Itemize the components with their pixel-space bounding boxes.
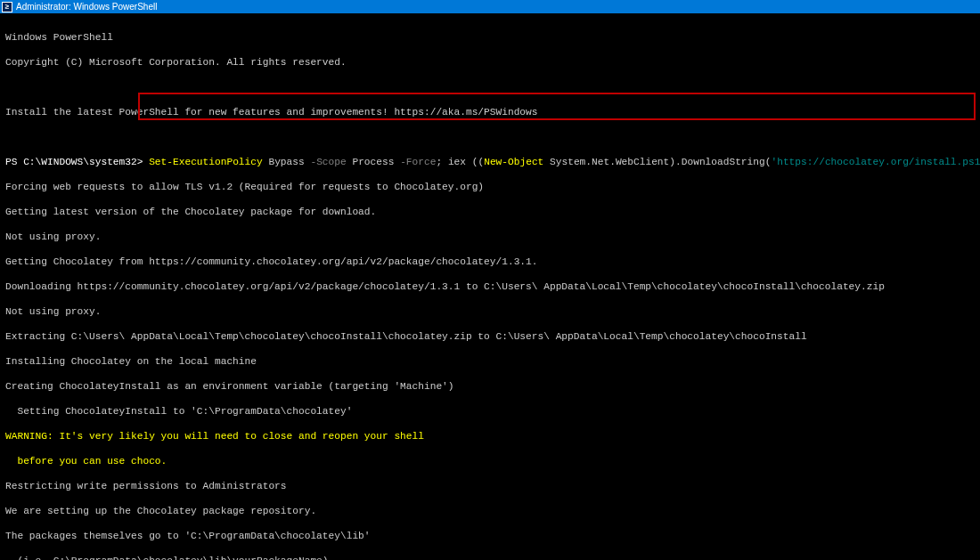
arg: ; iex (( xyxy=(436,157,484,167)
terminal-output[interactable]: Windows PowerShell Copyright (C) Microso… xyxy=(0,13,980,560)
arg: Bypass xyxy=(263,157,311,167)
title-bar[interactable]: ≥ Administrator: Windows PowerShell xyxy=(0,0,980,13)
output-line: The packages themselves go to 'C:\Progra… xyxy=(5,530,975,542)
cmdlet: New-Object xyxy=(484,157,543,167)
arg: Process xyxy=(347,157,400,167)
cmdlet: Set-ExecutionPolicy xyxy=(149,157,263,167)
output-line: Setting ChocolateyInstall to 'C:\Program… xyxy=(5,405,975,418)
output-line xyxy=(5,81,975,93)
output-line: Not using proxy. xyxy=(5,231,975,243)
output-line: Creating ChocolateyInstall as an environ… xyxy=(5,380,975,393)
output-line: Getting latest version of the Chocolatey… xyxy=(5,206,975,218)
method: DownloadString xyxy=(682,157,765,167)
output-line: Extracting C:\Users\ AppData\Local\Temp\… xyxy=(5,330,975,343)
output-line: Windows PowerShell xyxy=(5,31,975,44)
url-string: 'https://chocolatey.org/install.ps1' xyxy=(771,157,980,167)
warning-line: before you can use choco. xyxy=(5,455,975,467)
arg: System.Net.WebClient). xyxy=(543,157,681,167)
output-line: Forcing web requests to allow TLS v1.2 (… xyxy=(5,181,975,193)
output-line: (i.e. C:\ProgramData\chocolatey\lib\your… xyxy=(5,555,975,560)
flag: -Scope xyxy=(310,157,346,167)
output-line: Downloading https://community.chocolatey… xyxy=(5,280,975,293)
output-line: Installing Chocolatey on the local machi… xyxy=(5,355,975,368)
window-title: Administrator: Windows PowerShell xyxy=(16,2,157,12)
powershell-icon: ≥ xyxy=(2,2,12,12)
flag: -Force xyxy=(400,157,436,167)
output-line: We are setting up the Chocolatey package… xyxy=(5,505,975,517)
prompt: PS C:\WINDOWS\system32> xyxy=(5,157,149,167)
output-line: Getting Chocolatey from https://communit… xyxy=(5,256,975,268)
command-line: PS C:\WINDOWS\system32> Set-ExecutionPol… xyxy=(5,156,975,168)
warning-line: WARNING: It's very likely you will need … xyxy=(5,430,975,442)
output-line: Install the latest PowerShell for new fe… xyxy=(5,106,975,118)
output-line: Copyright (C) Microsoft Corporation. All… xyxy=(5,56,975,69)
output-line: Not using proxy. xyxy=(5,305,975,318)
output-line xyxy=(5,131,975,143)
output-line: Restricting write permissions to Adminis… xyxy=(5,480,975,492)
